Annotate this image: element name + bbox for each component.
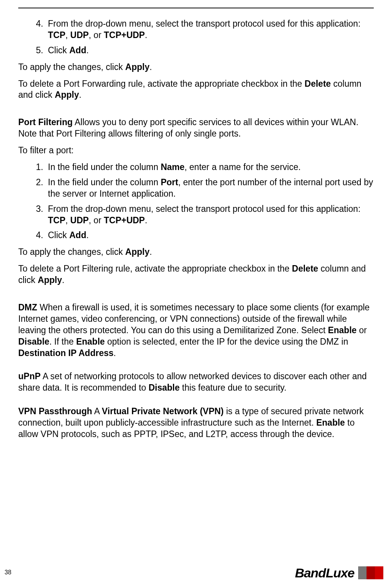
bold-text: TCP+UDP (104, 215, 145, 225)
text: or (357, 325, 367, 335)
paragraph-upnp: uPnP A set of networking protocols to al… (18, 371, 374, 394)
brand-text: BandLuxe (295, 564, 354, 581)
paragraph-vpn: VPN Passthrough A Virtual Private Networ… (18, 406, 374, 440)
text: , or (89, 215, 104, 225)
paragraph-dmz: DMZ When a firewall is used, it is somet… (18, 302, 374, 359)
text: From the drop-down menu, select the tran… (48, 19, 360, 29)
bold-text: TCP (48, 215, 65, 225)
text: , enter a name for the service. (184, 162, 301, 172)
text: When a firewall is used, it is sometimes… (18, 302, 370, 335)
paragraph-port-filtering: Port Filtering Allows you to deny port s… (18, 117, 374, 140)
bold-text: Disable (149, 383, 180, 393)
paragraph-delete-a: To delete a Port Forwarding rule, activa… (18, 78, 374, 101)
paragraph-apply-b: To apply the changes, click Apply. (18, 246, 374, 258)
list-item: Click Add. (46, 45, 374, 56)
brand-bars-icon (358, 565, 392, 580)
bold-text: Delete (305, 79, 331, 89)
bold-text: TCP+UDP (104, 30, 145, 40)
text: . (62, 275, 64, 285)
text: To filter a port: (18, 145, 74, 155)
bold-text: Enable (76, 337, 105, 347)
text: . (145, 215, 147, 225)
bold-text: TCP (48, 30, 65, 40)
bold-text: Port (161, 177, 178, 187)
text: option is selected, enter the IP for the… (105, 337, 348, 347)
section-title: DMZ (18, 302, 37, 312)
bold-text: Name (161, 162, 185, 172)
page-footer: 38 BandLuxe (0, 565, 392, 580)
paragraph-apply-a: To apply the changes, click Apply. (18, 62, 374, 73)
bold-text: UDP (70, 215, 89, 225)
bold-text: UDP (70, 30, 89, 40)
text: To delete a Port Filtering rule, activat… (18, 264, 292, 273)
text: . (145, 30, 147, 40)
list-item: In the field under the column Port, ente… (46, 177, 374, 200)
bold-text: Apply (125, 247, 149, 257)
list-item: Click Add. (46, 230, 374, 241)
text: . (149, 62, 152, 72)
bold-text: Add (69, 230, 86, 240)
bold-text: Delete (292, 264, 318, 273)
top-divider (18, 8, 374, 8)
ordered-list-port-filtering: In the field under the column Name, ente… (18, 162, 374, 241)
section-title: uPnP (18, 371, 41, 381)
bold-text: Apply (125, 62, 149, 72)
text: In the field under the column (48, 162, 161, 172)
list-item: From the drop-down menu, select the tran… (46, 18, 374, 41)
bold-text: Enable (328, 325, 356, 335)
bold-text: Destination IP Address (18, 348, 114, 358)
brand-logo: BandLuxe (295, 565, 392, 580)
text: , or (89, 30, 104, 40)
text: To apply the changes, click (18, 62, 125, 72)
section-title: Port Filtering (18, 117, 73, 127)
paragraph-to-filter: To filter a port: (18, 145, 374, 156)
text: To apply the changes, click (18, 247, 125, 257)
text: . (79, 90, 81, 100)
list-item: From the drop-down menu, select the tran… (46, 203, 374, 226)
text: this feature due to security. (179, 383, 286, 393)
text: , (65, 215, 70, 225)
text: . If the (49, 337, 76, 347)
page-number: 38 (5, 569, 11, 577)
section-title: VPN Passthrough (18, 406, 92, 416)
text: , (65, 30, 70, 40)
bold-text: Add (69, 45, 86, 55)
text: To delete a Port Forwarding rule, activa… (18, 79, 305, 89)
text: Click (48, 45, 69, 55)
document-page: From the drop-down menu, select the tran… (0, 0, 392, 585)
paragraph-delete-b: To delete a Port Filtering rule, activat… (18, 263, 374, 286)
bold-text: Apply (38, 275, 62, 285)
text: . (149, 247, 152, 257)
text: Click (48, 230, 69, 240)
bold-text: Apply (55, 90, 79, 100)
bold-text: Disable (18, 337, 49, 347)
bold-text: Enable (316, 418, 345, 428)
text: . (86, 230, 89, 240)
text: A (92, 406, 102, 416)
text: . (86, 45, 89, 55)
ordered-list-port-forwarding-cont: From the drop-down menu, select the tran… (18, 18, 374, 56)
list-item: In the field under the column Name, ente… (46, 162, 374, 173)
text: . (114, 348, 116, 358)
bold-text: Virtual Private Network (VPN) (102, 406, 224, 416)
text: In the field under the column (48, 177, 161, 187)
text: From the drop-down menu, select the tran… (48, 204, 360, 214)
